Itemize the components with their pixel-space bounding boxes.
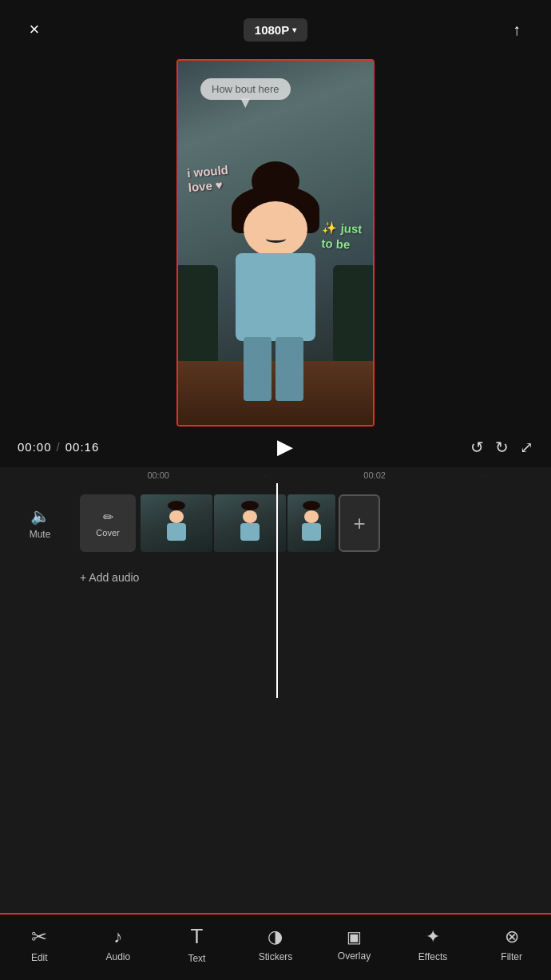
toolbar-item-effects[interactable]: ✦ Effects	[405, 926, 461, 962]
mini-char-hair-2	[241, 501, 259, 510]
time-separator: /	[57, 440, 61, 454]
mini-char-1	[165, 507, 188, 547]
speech-bubble: How bout here	[200, 78, 291, 100]
add-clip-button[interactable]: +	[339, 494, 380, 552]
add-clip-icon: +	[353, 511, 365, 536]
mini-char-3	[299, 507, 323, 547]
add-audio-row: + Add audio	[0, 563, 551, 592]
char-head	[244, 201, 307, 257]
overlay-text-2: ✨ justto be	[321, 220, 363, 253]
mini-char-body-1	[167, 523, 186, 541]
mute-track-label: 🔈 Mute	[0, 506, 80, 540]
effects-icon: ✦	[426, 926, 440, 947]
timeline-timestamps: 00:00 · 00:02 ·	[80, 470, 551, 480]
resolution-button[interactable]: 1080P ▾	[244, 18, 307, 42]
overlay-icon: ▣	[347, 927, 362, 946]
clip-thumb-3	[287, 494, 335, 552]
video-preview: How bout here i wouldlove ♥ ✨ justto be	[176, 59, 375, 427]
export-button[interactable]: ↑	[501, 14, 532, 45]
time-section: 00:00 / 00:16	[18, 440, 99, 454]
timeline-area: 🔈 Mute ✏ Cover	[0, 483, 551, 698]
filter-icon: ⊗	[505, 926, 519, 947]
video-track: 🔈 Mute ✏ Cover	[0, 483, 551, 563]
toolbar-item-edit[interactable]: ✂ Edit	[11, 926, 67, 963]
char-leg-left	[244, 337, 272, 401]
char-body	[236, 253, 315, 341]
edit-label: Edit	[31, 952, 48, 963]
undo-button[interactable]: ↺	[470, 438, 484, 457]
character	[224, 201, 327, 401]
current-time: 00:00	[18, 440, 52, 454]
mute-icon: 🔈	[30, 506, 50, 526]
video-clips	[141, 494, 335, 552]
top-bar-center: 1080P ▾	[244, 18, 307, 42]
effects-label: Effects	[418, 951, 447, 962]
text-label: Text	[188, 953, 205, 964]
play-button[interactable]: ▶	[277, 434, 293, 459]
clip-thumb-2	[214, 494, 286, 552]
char-leg-right	[276, 337, 303, 401]
chevron-down-icon: ▾	[292, 26, 296, 34]
resolution-label: 1080P	[255, 23, 289, 37]
cover-clip[interactable]: ✏ Cover	[80, 494, 136, 552]
mini-char-body-2	[240, 523, 260, 541]
bottom-toolbar: ✂ Edit ♪ Audio T Text ◑ Stickers ▣ Overl…	[0, 913, 551, 980]
toolbar-item-text[interactable]: T Text	[168, 924, 224, 964]
stickers-label: Stickers	[259, 951, 293, 962]
video-clip-3[interactable]	[287, 494, 335, 552]
video-preview-wrapper: How bout here i wouldlove ♥ ✨ justto be	[0, 59, 551, 427]
video-clip-2[interactable]	[214, 494, 286, 552]
mini-char-hair-3	[303, 501, 320, 510]
audio-icon: ♪	[113, 926, 122, 947]
timestamp-0: 00:00	[147, 470, 169, 480]
video-clip-1[interactable]	[141, 494, 212, 552]
add-audio-button[interactable]: + Add audio	[80, 571, 139, 584]
mute-label-text: Mute	[30, 529, 51, 540]
filter-label: Filter	[501, 951, 522, 962]
cover-label-text: Cover	[96, 528, 119, 538]
text-icon: T	[190, 924, 203, 949]
mini-char-head-2	[243, 510, 257, 523]
mini-char-2	[238, 507, 262, 547]
add-audio-label: + Add audio	[80, 571, 139, 584]
toolbar-item-audio[interactable]: ♪ Audio	[90, 926, 146, 962]
toolbar-item-overlay[interactable]: ▣ Overlay	[327, 927, 383, 962]
fullscreen-button[interactable]: ⤢	[520, 438, 533, 457]
stickers-icon: ◑	[268, 926, 283, 947]
mini-char-head-3	[304, 510, 319, 523]
cover-edit-icon: ✏	[103, 510, 113, 525]
playhead	[276, 483, 278, 698]
audio-label: Audio	[105, 951, 130, 962]
char-smile	[266, 235, 286, 243]
spacer	[0, 698, 551, 913]
top-bar: × 1080P ▾ ↑	[0, 0, 551, 59]
close-button[interactable]: ×	[19, 14, 50, 45]
total-time: 00:16	[65, 440, 100, 454]
timeline-dot-1: ·	[266, 473, 268, 478]
mini-char-head-1	[169, 510, 184, 523]
app-container: × 1080P ▾ ↑	[0, 0, 551, 980]
toolbar-item-stickers[interactable]: ◑ Stickers	[248, 926, 303, 962]
redo-button[interactable]: ↻	[495, 438, 509, 457]
controls-bar: 00:00 / 00:16 ▶ ↺ ↻ ⤢	[0, 427, 551, 467]
clip-container: ✏ Cover	[80, 494, 380, 552]
timestamp-1: 00:02	[363, 470, 386, 480]
mini-char-hair-1	[168, 501, 185, 510]
timeline-header: 00:00 · 00:02 ·	[0, 467, 551, 483]
playback-controls: ↺ ↻ ⤢	[470, 438, 533, 457]
toolbar-item-filter[interactable]: ⊗ Filter	[484, 926, 540, 962]
edit-icon: ✂	[31, 926, 47, 948]
mini-char-body-3	[302, 523, 321, 541]
timeline-dot-2: ·	[482, 473, 484, 478]
overlay-label: Overlay	[338, 950, 371, 962]
overlay-text-1: i wouldlove ♥	[187, 163, 231, 195]
clip-thumb-1	[141, 494, 212, 552]
